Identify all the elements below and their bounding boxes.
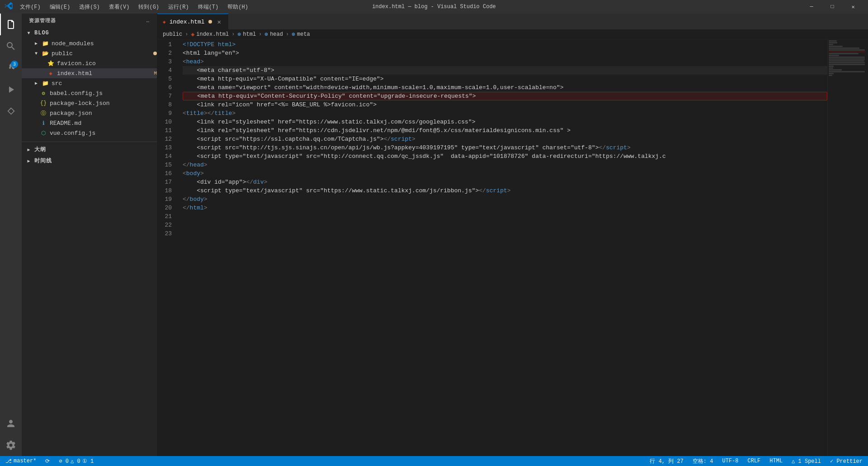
code-line-12[interactable]: <script src="https://ssl.captcha.qq.com/… <box>183 135 827 143</box>
tree-item-babel[interactable]: ⚙ babel.config.js <box>22 88 157 98</box>
code-line-9[interactable]: <title></title> <box>183 109 827 118</box>
code-line-17[interactable]: <div id="app"></div> <box>183 178 827 186</box>
sync-item[interactable]: ⟳ <box>43 456 52 466</box>
code-content[interactable]: <!DOCTYPE html><html lang="en"> <head> <… <box>179 39 827 456</box>
minimize-button[interactable]: — <box>801 0 822 14</box>
position-item[interactable]: 行 4, 列 27 <box>648 456 685 466</box>
explorer-icon[interactable] <box>0 14 22 35</box>
extensions-icon[interactable] <box>0 100 22 122</box>
menu-edit[interactable]: 编辑(E) <box>46 2 74 12</box>
code-editor[interactable]: 1234567891011121314151617181920212223 <!… <box>157 39 868 456</box>
title-bar-menu[interactable]: 文件(F) 编辑(E) 选择(S) 查看(V) 转到(G) 运行(R) 终端(T… <box>16 2 252 12</box>
code-line-19[interactable]: </body> <box>183 195 827 204</box>
maximize-button[interactable]: □ <box>822 0 843 14</box>
code-line-11[interactable]: <link rel="stylesheet" href="https://cdn… <box>183 126 827 135</box>
activity-bar-bottom <box>0 413 22 456</box>
tree-item-package[interactable]: ⓪ package.json <box>22 108 157 118</box>
encoding-item[interactable]: UTF-8 <box>720 456 740 466</box>
minimap-content <box>828 39 868 83</box>
tab-label: index.html <box>170 19 205 25</box>
sidebar-section-blog[interactable]: ▼ BLOG <box>22 28 157 38</box>
menu-terminal[interactable]: 终端(T) <box>194 2 222 12</box>
code-line-16[interactable]: <body> <box>183 169 827 178</box>
tree-item-node-modules[interactable]: ▶ 📁 node_modules <box>22 38 157 48</box>
tree-item-package-lock[interactable]: {} package-lock.json <box>22 98 157 108</box>
tab-close-button[interactable]: ✕ <box>216 18 223 25</box>
tab-index-html[interactable]: ◈ index.html ✕ <box>157 14 228 29</box>
line-number-14: 14 <box>157 152 172 161</box>
line-number-3: 3 <box>157 57 172 66</box>
prettier-item[interactable]: ✓ Prettier <box>828 456 864 466</box>
breadcrumb-sep3: › <box>259 31 262 38</box>
line-ending-item[interactable]: CRLF <box>745 456 762 466</box>
breadcrumb-html[interactable]: ⊛ html <box>237 31 256 38</box>
sidebar-timeline[interactable]: ▶ 时间线 <box>22 155 157 166</box>
close-button[interactable]: ✕ <box>843 0 863 14</box>
breadcrumb-meta-icon: ⊛ <box>292 31 295 38</box>
code-line-6[interactable]: <meta name="viewport" content="width=dev… <box>183 83 827 92</box>
code-line-22[interactable] <box>183 221 827 229</box>
encoding-label: UTF-8 <box>722 458 738 464</box>
settings-icon[interactable] <box>0 434 22 456</box>
breadcrumb-index-html[interactable]: ◈ index.html <box>191 31 229 38</box>
tree-item-index-html[interactable]: ◈ index.html M <box>22 68 157 78</box>
code-line-14[interactable]: <script type="text/javascript" src="http… <box>183 152 827 161</box>
menu-select[interactable]: 选择(S) <box>75 2 104 12</box>
errors-item[interactable]: ⊘ 0 △ 0 ① 1 <box>57 456 95 466</box>
json-file-icon: {} <box>40 100 47 107</box>
source-control-icon[interactable]: 3 <box>0 57 22 79</box>
menu-run[interactable]: 运行(R) <box>165 2 193 12</box>
tree-item-favicon[interactable]: ⭐ favicon.ico <box>22 58 157 68</box>
code-line-20[interactable]: </html> <box>183 204 827 212</box>
window-title: index.html — blog - Visual Studio Code <box>372 4 496 10</box>
code-line-10[interactable]: <link rel="stylesheet" href="https://www… <box>183 118 827 126</box>
minimap-line-1 <box>829 40 837 42</box>
code-line-13[interactable]: <script src="http://tjs.sjs.sinajs.cn/op… <box>183 143 827 152</box>
code-line-8[interactable]: <link rel="icon" href="<%= BASE_URL %>fa… <box>183 100 827 109</box>
chevron-right-icon: ▶ <box>25 146 33 153</box>
code-line-2[interactable]: <html lang="en"> <box>183 49 827 57</box>
code-line-4[interactable]: <meta charset="utf-8"> <box>183 66 827 75</box>
menu-file[interactable]: 文件(F) <box>16 2 44 12</box>
account-icon[interactable] <box>0 413 22 434</box>
tree-item-vue-config[interactable]: ⬡ vue.config.js <box>22 128 157 138</box>
new-file-icon[interactable]: … <box>146 18 150 24</box>
minimap-line-11 <box>829 58 865 60</box>
breadcrumb-head[interactable]: ⊛ head <box>264 31 283 38</box>
code-line-7[interactable]: <meta http-equiv="Content-Security-Polic… <box>183 92 827 100</box>
md-file-icon: ℹ <box>40 119 47 127</box>
spaces-item[interactable]: 空格: 4 <box>691 456 715 466</box>
code-line-21[interactable] <box>183 212 827 221</box>
tab-bar: ◈ index.html ✕ <box>157 14 868 29</box>
code-line-23[interactable] <box>183 229 827 238</box>
tree-item-src[interactable]: ▶ 📁 src <box>22 78 157 88</box>
chevron-down-icon: ▼ <box>33 50 40 57</box>
menu-help[interactable]: 帮助(H) <box>224 2 252 12</box>
outline-label: 大纲 <box>34 146 46 153</box>
sidebar-header-icons[interactable]: … <box>146 18 150 24</box>
git-branch-item[interactable]: ⎇ master* <box>4 456 38 466</box>
tree-item-readme[interactable]: ℹ README.md <box>22 118 157 128</box>
code-line-18[interactable]: <script type="text/javascript" src="http… <box>183 186 827 195</box>
search-activity-icon[interactable] <box>0 35 22 57</box>
breadcrumb-meta[interactable]: ⊛ meta <box>292 31 310 38</box>
run-debug-icon[interactable] <box>0 79 22 100</box>
code-line-15[interactable]: </head> <box>183 161 827 169</box>
public-label: public <box>52 50 151 57</box>
info-label: ① 1 <box>82 458 94 465</box>
sidebar-outline[interactable]: ▶ 大纲 <box>22 144 157 155</box>
line-number-11: 11 <box>157 126 172 135</box>
chevron-down-icon: ▼ <box>25 29 33 37</box>
breadcrumb-public[interactable]: public <box>163 31 182 38</box>
menu-view[interactable]: 查看(V) <box>105 2 133 12</box>
code-line-1[interactable]: <!DOCTYPE html> <box>183 40 827 49</box>
code-line-3[interactable]: <head> <box>183 57 827 66</box>
code-line-5[interactable]: <meta http-equiv="X-UA-Compatible" conte… <box>183 75 827 83</box>
minimap-line-20 <box>829 75 832 76</box>
window-controls[interactable]: — □ ✕ <box>801 0 863 14</box>
spell-item[interactable]: △ 1 Spell <box>790 456 823 466</box>
modified-badge: M <box>154 71 157 76</box>
tree-item-public[interactable]: ▼ 📂 public <box>22 48 157 58</box>
language-item[interactable]: HTML <box>768 456 784 466</box>
menu-goto[interactable]: 转到(G) <box>135 2 163 12</box>
